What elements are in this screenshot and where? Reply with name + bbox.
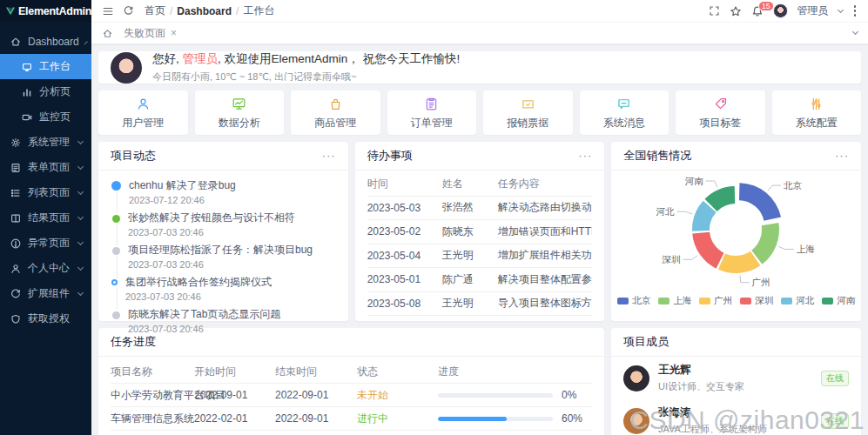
- message-icon: [616, 96, 632, 112]
- result-icon: [10, 212, 22, 224]
- legend-item[interactable]: 上海: [658, 295, 691, 307]
- breadcrumb-dashboard[interactable]: Dashboard: [177, 5, 232, 17]
- sidebar-item-exception[interactable]: 异常页面: [0, 231, 91, 256]
- progress-label: 60%: [562, 412, 582, 425]
- activity-timeline: chenhu 解决了登录bug2023-07-12 20:46 张妙然解决了按钮…: [98, 171, 348, 341]
- donut-slice: [718, 251, 760, 273]
- legend-item[interactable]: 广州: [699, 295, 732, 307]
- tasks-header-row: 项目名称开始时间结束时间状态进度: [111, 360, 592, 384]
- content-area: 您好, 管理员, 欢迎使用ElementAdmin， 祝您今天工作愉快! 今日阴…: [91, 44, 868, 435]
- hamburger-icon[interactable]: [102, 5, 114, 17]
- topbar: 首页 / Dashboard / 工作台 15 管理员: [91, 0, 868, 22]
- weather-text: 今日阴有小雨, 10℃ ~ 18℃, 出门记得拿雨伞哦~: [152, 70, 460, 84]
- sidebar-item-workbench[interactable]: 工作台: [0, 54, 91, 79]
- sidebar-item-license[interactable]: 获取授权: [0, 306, 91, 331]
- home-icon[interactable]: [102, 28, 113, 39]
- legend-item[interactable]: 北京: [617, 295, 650, 307]
- breadcrumb-home[interactable]: 首页: [145, 3, 165, 18]
- quick-card-users[interactable]: 用户管理: [98, 90, 188, 135]
- activity-time: 2023-07-03 20:46: [125, 291, 272, 302]
- timeline-dot: [112, 311, 120, 319]
- quick-card-config[interactable]: 系统配置: [772, 90, 862, 135]
- svg-text:北京: 北京: [783, 180, 803, 191]
- quick-card-analysis[interactable]: 数据分析: [195, 90, 285, 135]
- sidebar-item-form[interactable]: 表单页面: [0, 155, 91, 180]
- quick-card-label: 订单管理: [411, 116, 453, 130]
- todo-panel: 待办事项 ··· 时间姓名任务内容 2023-05-03张浩然解决动态路由切换动…: [355, 142, 605, 321]
- quick-card-tags[interactable]: 项目标签: [676, 90, 765, 135]
- chevron-down-icon: [77, 137, 84, 144]
- sidebar-item-list[interactable]: 列表页面: [0, 180, 91, 205]
- more-menu-button[interactable]: [852, 4, 858, 17]
- chevron-down-icon: [77, 264, 84, 270]
- more-button[interactable]: ···: [578, 151, 592, 160]
- breadcrumb-separator: /: [170, 5, 172, 17]
- sidebar-item-profile[interactable]: 个人中心: [0, 256, 91, 281]
- progress-track: [438, 417, 553, 421]
- sales-panel: 全国销售情况 ··· 北京上海广州深圳河北河南 北京上海广州深圳河北河南: [611, 142, 861, 321]
- sidebar-item-monitor[interactable]: 监控页: [0, 104, 91, 130]
- logo-text: ElementAdmin: [18, 5, 91, 17]
- sidebar-item-analysis[interactable]: 分析页: [0, 79, 91, 104]
- more-button[interactable]: ···: [322, 151, 336, 160]
- legend-item[interactable]: 河南: [822, 295, 855, 307]
- activity-text: 陈晓东解决了Tab页动态显示问题: [128, 309, 280, 320]
- quick-card-orders[interactable]: 订单管理: [387, 90, 477, 135]
- tab-failed-page[interactable]: 失败页面 ×: [124, 26, 177, 41]
- tasks-table: 项目名称开始时间结束时间状态进度 中小学劳动教育平台项目 2022-09-01 …: [98, 357, 604, 431]
- legend-item[interactable]: 河北: [781, 295, 814, 307]
- star-icon[interactable]: [730, 5, 742, 17]
- quick-card-invoice[interactable]: 报销票据: [483, 90, 573, 135]
- table-row: 2023-05-03张浩然解决动态路由切换动画问题: [367, 197, 593, 221]
- status-badge: 在线: [821, 371, 849, 386]
- quick-card-goods[interactable]: 商品管理: [291, 90, 380, 135]
- donut-slice: [739, 183, 781, 221]
- panel-title: 全国销售情况: [623, 148, 691, 164]
- timeline-dot: [111, 181, 121, 191]
- sidebar-menu: Dashboard 工作台 分析页 监控页 系统管理: [0, 29, 91, 331]
- user-manage-icon: [135, 96, 151, 112]
- quick-card-label: 系统消息: [603, 116, 645, 130]
- status-badge: 在线: [821, 413, 849, 429]
- fullscreen-icon[interactable]: [709, 5, 720, 17]
- sidebar-item-label: 结果页面: [28, 211, 70, 225]
- member-avatar: [623, 408, 649, 434]
- members-list: 王光辉 UI设计师、交互专家 在线 张海涛 JAVA工程师、系统架构师 在线: [611, 357, 861, 435]
- legend-item[interactable]: 深圳: [740, 295, 773, 307]
- table-row: 2023-05-04王光明增加扩展组件相关功能: [367, 244, 593, 269]
- donut-slice: [692, 232, 723, 269]
- refresh-icon[interactable]: [123, 5, 134, 17]
- quick-card-label: 系统配置: [796, 116, 838, 130]
- sidebar-item-label: 表单页面: [28, 160, 70, 175]
- list-icon: [10, 187, 22, 199]
- exception-icon: [10, 238, 22, 250]
- sidebar-item-label: 监控页: [39, 110, 71, 124]
- quick-card-messages[interactable]: 系统消息: [580, 90, 670, 135]
- svg-text:河北: 河北: [656, 206, 676, 217]
- tab-options-chevron-icon[interactable]: [852, 29, 858, 35]
- sidebar-item-label: 系统管理: [28, 135, 70, 150]
- sidebar-item-extension[interactable]: 扩展组件: [0, 281, 91, 306]
- close-icon[interactable]: ×: [171, 27, 177, 39]
- activity-item: chenhu 解决了登录bug2023-07-12 20:46: [112, 180, 336, 205]
- svg-text:上海: 上海: [797, 244, 816, 254]
- more-button[interactable]: ···: [835, 151, 849, 160]
- app-logo[interactable]: ElementAdmin: [0, 0, 91, 22]
- list-item: 张海涛 JAVA工程师、系统架构师 在线: [611, 399, 861, 435]
- members-panel: 项目成员 王光辉 UI设计师、交互专家 在线: [611, 328, 861, 435]
- status-badge: 未开始: [357, 388, 438, 403]
- chevron-down-icon: [77, 188, 84, 194]
- breadcrumb-current: 工作台: [243, 3, 274, 18]
- monitor-icon: [21, 111, 33, 124]
- svg-text:深圳: 深圳: [662, 254, 681, 264]
- timeline-dot: [112, 247, 120, 255]
- home-icon: [10, 36, 22, 48]
- notifications-button[interactable]: 15: [751, 5, 764, 17]
- chevron-down-icon[interactable]: [837, 7, 843, 13]
- user-avatar[interactable]: [773, 3, 788, 18]
- sidebar-item-dashboard[interactable]: Dashboard: [0, 29, 91, 54]
- quick-card-label: 报销票据: [507, 116, 548, 130]
- sidebar-item-system[interactable]: 系统管理: [0, 130, 91, 155]
- form-icon: [10, 162, 22, 174]
- sidebar-item-result[interactable]: 结果页面: [0, 205, 91, 231]
